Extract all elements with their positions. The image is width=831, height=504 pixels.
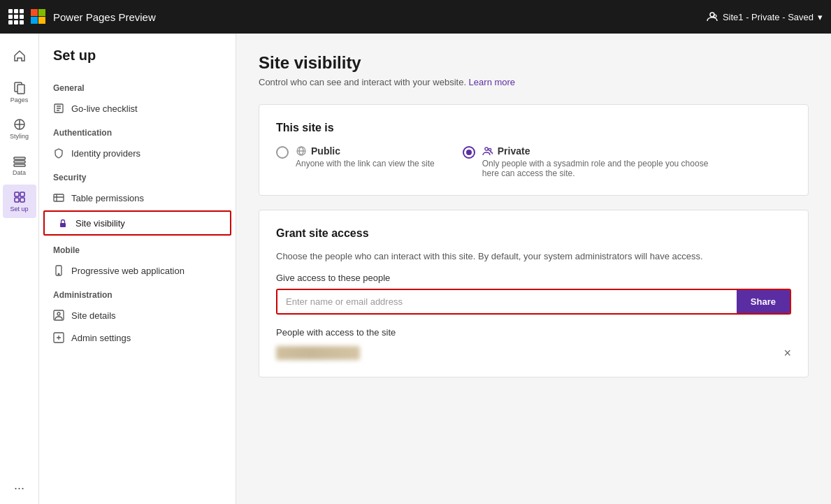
sidebar-item-site-details-label: Site details [71,310,116,321]
email-input[interactable] [277,290,737,313]
grant-access-subtitle: Choose the people who can interact with … [276,251,791,261]
sidebar-item-admin-settings-label: Admin settings [71,333,131,343]
sidebar-item-identity-label: Identity providers [71,148,140,159]
nav-setup-label: Set up [10,206,28,213]
table-icon [53,192,64,203]
sidebar-item-admin-settings[interactable]: Admin settings [39,326,236,349]
section-general: General [39,75,236,97]
svg-rect-10 [15,198,19,202]
private-option[interactable]: Private Only people with a sysadmin role… [463,145,720,178]
nav-pages-label: Pages [10,96,29,103]
sidebar-item-site-visibility[interactable]: Site visibility [43,210,231,236]
private-option-content: Private Only people with a sysadmin role… [482,145,720,178]
setup-icon [13,190,27,204]
nav-data[interactable]: Data [3,148,36,182]
svg-point-22 [489,148,491,150]
nav-data-label: Data [13,169,26,176]
private-option-label: Private [498,145,530,157]
svg-point-16 [58,273,59,275]
sidebar-title: Set up [39,48,236,75]
page-subtitle: Control who can see and interact with yo… [259,77,809,87]
people-group-icon [482,145,493,157]
sidebar-item-table-permissions-label: Table permissions [71,193,144,203]
section-security: Security [39,164,236,187]
person-close-button[interactable]: × [783,347,791,359]
nav-pages[interactable]: Pages [3,75,36,109]
nav-styling[interactable]: Styling [3,112,36,145]
page-title: Site visibility [259,53,809,73]
person-avatar-blur [276,346,360,360]
sidebar-item-go-live-label: Go-live checklist [71,103,138,114]
nav-home[interactable] [3,39,36,73]
svg-point-18 [57,312,60,315]
pages-icon [13,81,27,95]
private-label: Private [482,145,720,157]
site-details-icon [53,310,64,321]
svg-rect-3 [17,85,24,94]
private-option-desc: Only people with a sysadmin role and the… [482,159,720,178]
section-mobile: Mobile [39,237,236,259]
visibility-radio-group: Public Anyone with the link can view the… [276,145,791,178]
top-bar-right: Site1 - Private - Saved ▾ [706,10,823,23]
give-access-label: Give access to these people [276,273,791,283]
people-icon [706,10,718,23]
svg-rect-9 [20,192,24,196]
this-site-label: This site is [276,122,791,134]
share-input-section: Share [276,289,791,315]
ms-logo [31,9,46,24]
icon-nav: Pages Styling Data Set up ... [0,34,39,504]
sidebar-item-site-visibility-label: Site visibility [75,218,125,229]
main-content: Site visibility Control who can see and … [236,34,831,504]
svg-point-21 [485,147,488,150]
app-title: Power Pages Preview [53,11,156,23]
public-option-label: Public [311,145,340,157]
home-icon [13,49,27,63]
public-option-content: Public Anyone with the link can view the… [296,145,435,168]
sidebar-item-pwa-label: Progressive web application [71,266,185,276]
public-option-desc: Anyone with the link can view the site [296,159,435,168]
section-auth: Authentication [39,120,236,142]
checklist-icon [53,103,64,114]
sidebar-item-pwa[interactable]: Progressive web application [39,259,236,282]
sidebar-item-table-permissions[interactable]: Table permissions [39,187,236,209]
grant-access-title: Grant site access [276,227,791,240]
nav-styling-label: Styling [10,133,29,140]
people-access-label: People with access to the site [276,327,791,338]
sidebar-item-identity-providers[interactable]: Identity providers [39,142,236,164]
site-info-button[interactable]: Site1 - Private - Saved ▾ [706,10,823,23]
svg-rect-6 [14,161,25,163]
person-row: × [276,346,791,360]
svg-point-1 [714,15,716,17]
top-bar: Power Pages Preview Site1 - Private - Sa… [0,0,831,34]
data-icon [13,154,27,168]
globe-icon [296,145,307,157]
site-visibility-card: This site is Public Anyone with the link… [259,104,809,196]
public-radio[interactable] [276,146,289,159]
site-info-text: Site1 - Private - Saved [723,12,814,22]
private-radio[interactable] [463,146,475,159]
mobile-icon [53,265,64,276]
svg-rect-5 [14,157,25,159]
sidebar-item-site-details[interactable]: Site details [39,304,236,326]
svg-rect-14 [60,223,66,227]
waffle-icon[interactable] [8,9,24,24]
site-chevron: ▾ [818,12,823,22]
svg-rect-13 [54,194,64,201]
svg-rect-11 [20,198,24,202]
admin-settings-icon [53,332,64,343]
grant-access-card: Grant site access Choose the people who … [259,210,809,377]
learn-more-link[interactable]: Learn more [469,77,515,87]
svg-rect-7 [14,164,25,166]
share-button[interactable]: Share [737,290,790,313]
styling-icon [13,117,27,131]
svg-rect-8 [15,192,19,196]
shield-icon [53,147,64,159]
nav-setup[interactable]: Set up [3,185,36,218]
section-admin: Administration [39,282,236,304]
public-option[interactable]: Public Anyone with the link can view the… [276,145,435,168]
nav-more[interactable]: ... [14,478,24,493]
sidebar-item-go-live[interactable]: Go-live checklist [39,97,236,120]
sidebar: Set up General Go-live checklist Authent… [39,34,236,504]
public-label: Public [296,145,435,157]
lock-icon [57,217,68,229]
